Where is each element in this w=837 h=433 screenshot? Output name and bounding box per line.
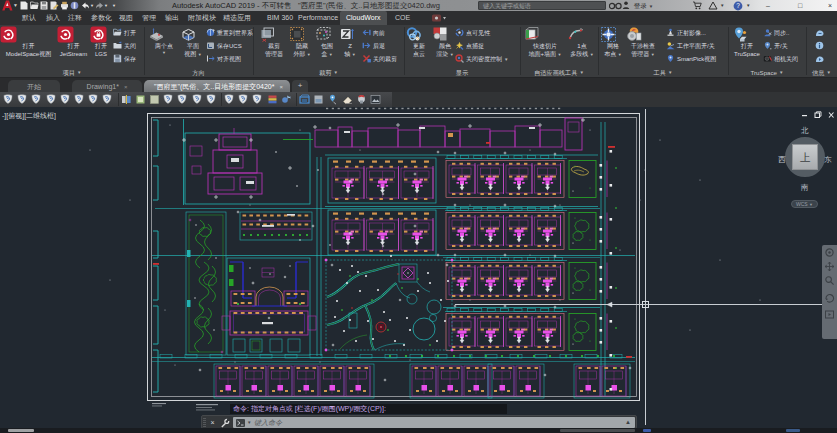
drawing-window-controls[interactable] — [802, 111, 836, 120]
command-customize-icon[interactable] — [220, 418, 230, 428]
toolbar-icon-cw4[interactable] — [46, 94, 57, 105]
toolbar-icon-cw2[interactable] — [17, 94, 28, 105]
ribbon-button-保存UCS[interactable]: 保存UCS — [206, 41, 242, 50]
ribbon-button-关闭密度控制[interactable]: 关闭密度控制▼ — [455, 54, 508, 63]
drawing-viewport[interactable]: -][俯视][二维线框] 上 北 南 西 东 WCS ▼ — [0, 107, 837, 433]
file-tab-active[interactable]: "西府里"(民俗、文..目地形图提交0420*× — [144, 80, 290, 94]
panel-label-信息[interactable]: 信息▼ — [806, 68, 837, 77]
toolbar-icon-image[interactable] — [370, 94, 381, 105]
ribbon-tab-附加模块[interactable]: 附加模块 — [182, 11, 222, 25]
ribbon-button-保存[interactable]: 保存 — [113, 54, 136, 63]
toolbar-icon-cw3[interactable] — [31, 94, 42, 105]
qat-undo-icon[interactable] — [81, 1, 89, 10]
toolbar-icon-graysq[interactable] — [313, 94, 324, 105]
ribbon-button-开/关[interactable]: 开/关 — [763, 41, 788, 50]
panel-label-工具[interactable]: 工具▼ — [598, 68, 728, 77]
command-close-icon[interactable]: × — [208, 417, 217, 428]
ribbon-button-关闭[interactable]: 关闭 — [113, 41, 136, 50]
ribbon-button-同步..[interactable]: 同步.. — [763, 28, 789, 37]
toolbar-icon-bluebox[interactable] — [299, 94, 310, 105]
toolbar-icon-cw6[interactable] — [74, 94, 85, 105]
toolbar-icon-cw1[interactable] — [3, 94, 14, 105]
toolbar-icon-cw8[interactable] — [102, 94, 113, 105]
ribbon-button-更新点云[interactable]: 更新点云 — [406, 26, 432, 58]
ribbon-button-后退[interactable]: 后退 — [362, 41, 385, 50]
window-maximize-button[interactable]: □ — [795, 0, 805, 11]
window-close-button[interactable]: × — [825, 0, 835, 11]
ribbon-extra-icon[interactable] — [432, 14, 446, 22]
status-icon-chip[interactable] — [643, 429, 651, 432]
ribbon-button-info2[interactable] — [815, 41, 826, 50]
file-tab-start[interactable]: 开始 — [8, 80, 60, 94]
window-minimize-button[interactable]: – — [763, 0, 773, 11]
viewcube-north[interactable]: 北 — [801, 126, 809, 136]
store-cart-icon[interactable] — [692, 1, 702, 10]
qat-properties-icon[interactable] — [70, 1, 78, 10]
help-arrow[interactable]: ▼ — [746, 1, 750, 10]
toolbar-icon-cw5[interactable] — [60, 94, 71, 105]
qat-save-icon[interactable] — [40, 1, 48, 10]
exchange-arrow[interactable]: ▼ — [720, 1, 724, 10]
toolbar-icon-cw11[interactable] — [192, 94, 203, 105]
qat-undo-arrow[interactable]: ▼ — [90, 4, 94, 8]
ribbon-button-隐藏外部[interactable]: 隐藏外部 ▼ — [289, 26, 315, 58]
toolbar-icon-cwB2[interactable] — [281, 94, 292, 105]
toolbar-icon-layers[interactable] — [267, 94, 278, 105]
ribbon-button-向前[interactable]: 向前 — [362, 28, 385, 37]
toolbar-icon-cw12[interactable] — [206, 94, 217, 105]
search-icon[interactable] — [609, 2, 622, 10]
ribbon-button-SmartPick视图[interactable]: SmartPick视图 — [666, 54, 716, 63]
panel-label-项目[interactable]: 项目▼ — [0, 68, 144, 77]
viewcube-wcs-menu[interactable]: WCS ▼ — [791, 200, 818, 208]
ribbon-button-打开JetStream[interactable]: 打开JetStream — [57, 26, 90, 58]
toolbar-icon-cw14[interactable] — [238, 94, 249, 105]
navbar-motion-icon[interactable] — [824, 309, 835, 320]
qat-redo-arrow[interactable]: ▼ — [104, 4, 108, 8]
ribbon-button-工作平面开/关[interactable]: 工作平面开/关 — [666, 41, 715, 50]
ribbon-button-快速切片地面+墙面[interactable]: 快速切片地面+墙面 ▼ — [524, 26, 566, 58]
toolbar-icon-cwB[interactable] — [135, 94, 146, 105]
ribbon-button-关闭裁剪[interactable]: 关闭裁剪 — [362, 54, 397, 63]
ribbon-button-干涉检查管理器[interactable]: 干涉检查管理器 ▼ — [626, 26, 660, 58]
autocad-logo-icon[interactable] — [1, 0, 13, 11]
toolbar-icon-pale[interactable] — [149, 94, 160, 105]
ribbon-button-网格布点[interactable]: 网格布点 ▼ — [600, 26, 626, 58]
panel-label-裁剪[interactable]: 裁剪▼ — [253, 68, 404, 77]
qat-saveas-icon[interactable] — [50, 1, 58, 10]
panel-label-TruSpace[interactable]: TruSpace▼ — [728, 68, 806, 77]
ribbon-tab-COE[interactable]: COE — [389, 11, 416, 25]
ribbon-tab-默认[interactable]: 默认 — [16, 11, 42, 25]
ribbon-button-点捕捉[interactable]: 点捕捉 — [455, 41, 484, 50]
qat-open-icon[interactable] — [30, 1, 38, 10]
ribbon-button-点可见性[interactable]: 点可见性 — [455, 28, 490, 37]
ribbon-button-相机关闭[interactable]: 相机关闭 — [763, 54, 798, 63]
viewcube-east[interactable]: 东 — [824, 155, 832, 165]
ribbon-tab-CloudWorx[interactable]: CloudWorx — [340, 11, 387, 25]
toolbar-icon-pin[interactable] — [327, 94, 338, 105]
ribbon-button-重置到世界系[interactable]: 重置到世界系 — [206, 28, 253, 37]
ribbon-button-打开LGS[interactable]: 打开LGS — [90, 26, 112, 58]
search-input[interactable]: 键入关键字或短语 — [478, 1, 606, 10]
toolbar-icon-cw10[interactable] — [177, 94, 188, 105]
ribbon-button-正射影像...[interactable]: 正射影像... — [666, 28, 706, 37]
ribbon-button-1点多段线[interactable]: 1点多段线 ▼ — [568, 26, 596, 58]
viewcube-top-face[interactable]: 上 — [792, 144, 818, 170]
panel-label-显示[interactable]: 显示 — [404, 68, 520, 77]
ribbon-button-Z轴[interactable]: Z轴 ▼ — [339, 26, 361, 58]
ribbon-tab-Performance[interactable]: Performance — [292, 11, 344, 25]
ribbon-button-info3[interactable] — [815, 54, 826, 63]
command-badge-caret[interactable]: ▼ — [247, 420, 251, 425]
navigation-bar[interactable] — [822, 245, 837, 339]
ribbon-button-两个点[interactable]: 两个点▼ — [148, 26, 180, 55]
toolbar-icon-cw7[interactable] — [88, 94, 99, 105]
navbar-pan-icon[interactable] — [824, 261, 835, 272]
ribbon-button-打开[interactable]: 打开 — [113, 28, 136, 37]
ribbon-button-裁剪管理器[interactable]: 裁剪管理器 — [259, 26, 289, 58]
status-right-chip[interactable] — [786, 429, 800, 432]
exchange-apps-icon[interactable] — [708, 1, 718, 10]
viewcube-south[interactable]: 南 — [801, 183, 809, 193]
toolbar-icon-cw13[interactable] — [224, 94, 235, 105]
help-icon[interactable]: ? — [733, 1, 743, 11]
file-tab-drawing1[interactable]: Drawing1*× — [72, 80, 142, 94]
ribbon-button-包围盒[interactable]: 包围盒 ▼ — [315, 26, 339, 58]
